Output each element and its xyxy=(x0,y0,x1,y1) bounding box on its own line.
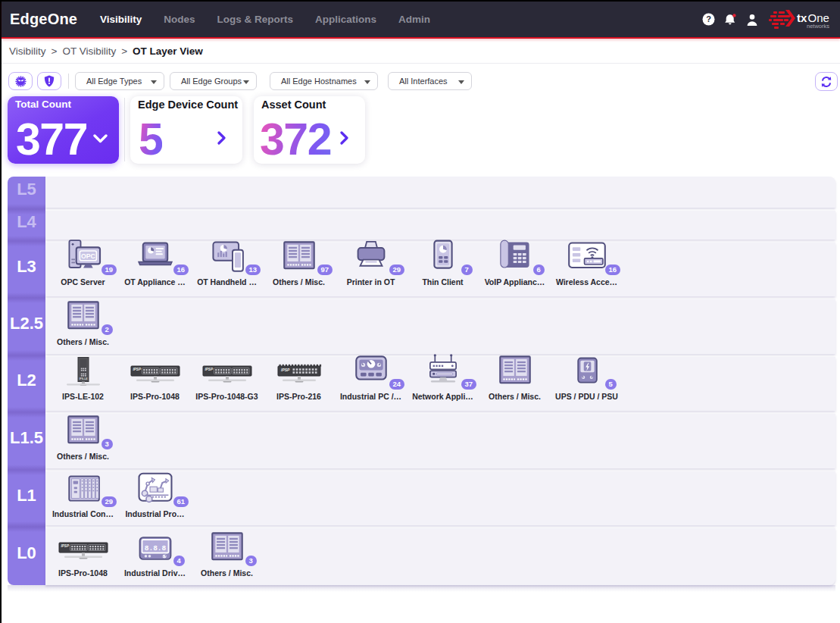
svg-text:tx: tx xyxy=(797,11,807,23)
svg-text:?: ? xyxy=(706,14,711,23)
svg-text:IPSP: IPSP xyxy=(133,368,141,371)
svg-text:IPSP: IPSP xyxy=(205,368,213,371)
svg-text:One: One xyxy=(808,11,829,23)
svg-text:IPSP: IPSP xyxy=(61,544,69,548)
svg-text:OPC: OPC xyxy=(80,252,95,260)
svg-text:networks: networks xyxy=(807,23,829,30)
svg-text:8.8.8: 8.8.8 xyxy=(144,544,166,553)
svg-text:IPSP: IPSP xyxy=(281,368,290,372)
svg-text:IPS-LE: IPS-LE xyxy=(79,377,88,380)
